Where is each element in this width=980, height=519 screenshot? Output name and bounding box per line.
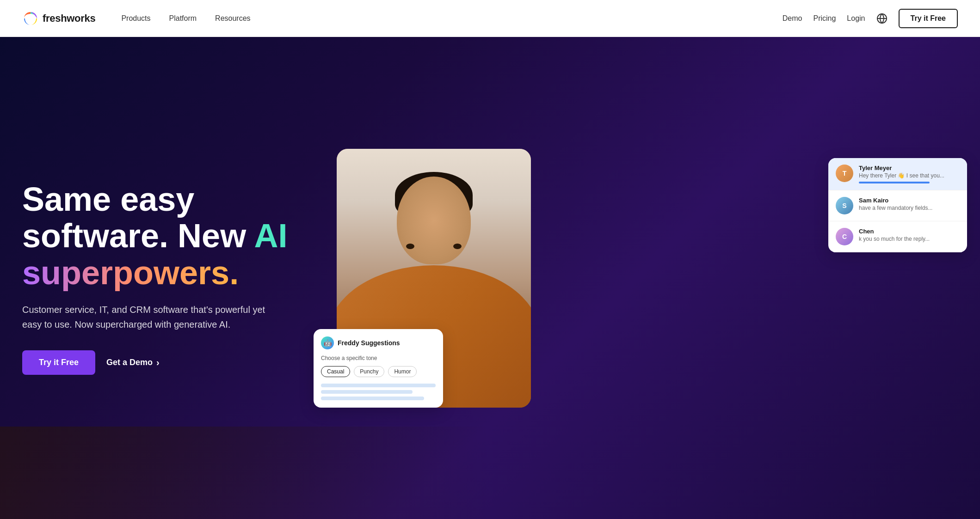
freddy-header: 🤖 Freddy Suggestions	[321, 336, 436, 349]
hero-headline: Same easy software. New AI superpowers.	[22, 181, 309, 291]
tone-punchy[interactable]: Punchy	[354, 366, 384, 377]
freddy-title: Freddy Suggestions	[338, 339, 400, 347]
hero-subtitle: Customer service, IT, and CRM software t…	[22, 302, 281, 332]
tone-humor[interactable]: Humor	[388, 366, 417, 377]
freddy-icon: 🤖	[321, 336, 334, 349]
avatar-tyler: T	[836, 165, 853, 182]
arrow-icon: ›	[156, 357, 160, 368]
freddy-card: 🤖 Freddy Suggestions Choose a specific t…	[314, 329, 443, 408]
chat-preview-tyler: Hey there Tyler 👋 I see that you...	[859, 172, 960, 179]
hero-demo-link[interactable]: Get a Demo ›	[106, 357, 160, 368]
chat-content-tyler: Tyler Meyer Hey there Tyler 👋 I see that…	[859, 165, 960, 183]
hero-try-free-button[interactable]: Try it Free	[22, 350, 95, 375]
chat-preview-sam: have a few mandatory fields...	[859, 205, 960, 211]
person-eyes	[406, 244, 462, 249]
navbar: freshworks Products Platform Resources D…	[0, 0, 980, 37]
hero-cta: Try it Free Get a Demo ›	[22, 350, 309, 375]
nav-login[interactable]: Login	[847, 14, 865, 23]
globe-icon[interactable]	[876, 13, 888, 24]
nav-pricing[interactable]: Pricing	[813, 14, 836, 23]
chat-item-chen[interactable]: C Chen k you so much for the reply...	[828, 221, 967, 252]
freddy-suggestions-lines	[321, 384, 436, 400]
svg-point-1	[27, 15, 34, 22]
headline-ai: AI	[254, 217, 287, 254]
freddy-line-2	[321, 390, 413, 394]
tone-casual[interactable]: Casual	[321, 366, 350, 377]
logo-link[interactable]: freshworks	[22, 10, 95, 27]
nav-try-free-button[interactable]: Try it Free	[899, 9, 958, 28]
chat-name-tyler: Tyler Meyer	[859, 165, 960, 171]
chat-item-tyler[interactable]: T Tyler Meyer Hey there Tyler 👋 I see th…	[828, 158, 967, 190]
nav-right: Demo Pricing Login Try it Free	[783, 9, 958, 28]
tone-pills: Casual Punchy Humor	[321, 366, 436, 377]
person-eye-left	[406, 244, 414, 249]
chat-name-chen: Chen	[859, 228, 960, 235]
chat-progress-tyler	[859, 182, 930, 183]
freddy-line-3	[321, 397, 424, 400]
nav-platform[interactable]: Platform	[162, 11, 204, 26]
freddy-subtitle: Choose a specific tone	[321, 355, 436, 361]
chat-content-sam: Sam Kairo have a few mandatory fields...	[859, 197, 960, 211]
chat-content-chen: Chen k you so much for the reply...	[859, 228, 960, 242]
avatar-chen: C	[836, 228, 853, 245]
freddy-line-1	[321, 384, 436, 387]
nav-products[interactable]: Products	[114, 11, 158, 26]
chat-card: T Tyler Meyer Hey there Tyler 👋 I see th…	[828, 158, 967, 252]
headline-line2: software. New	[22, 217, 246, 254]
freshworks-logo-icon	[22, 10, 39, 27]
nav-resources[interactable]: Resources	[208, 11, 258, 26]
hero-right: T Tyler Meyer Hey there Tyler 👋 I see th…	[309, 140, 958, 417]
avatar-sam: S	[836, 197, 853, 214]
chat-item-sam[interactable]: S Sam Kairo have a few mandatory fields.…	[828, 190, 967, 221]
hero-section: Same easy software. New AI superpowers. …	[0, 37, 980, 519]
person-eye-right	[453, 244, 462, 249]
headline-superpowers: superpowers.	[22, 254, 239, 291]
headline-line1: Same easy	[22, 181, 194, 218]
person-head	[397, 177, 471, 264]
chat-name-sam: Sam Kairo	[859, 197, 960, 204]
nav-demo[interactable]: Demo	[783, 14, 802, 23]
nav-links: Products Platform Resources	[114, 11, 782, 26]
hero-demo-text: Get a Demo	[106, 358, 153, 367]
logo-text: freshworks	[43, 12, 95, 24]
chat-preview-chen: k you so much for the reply...	[859, 236, 960, 242]
hero-left: Same easy software. New AI superpowers. …	[22, 181, 309, 375]
